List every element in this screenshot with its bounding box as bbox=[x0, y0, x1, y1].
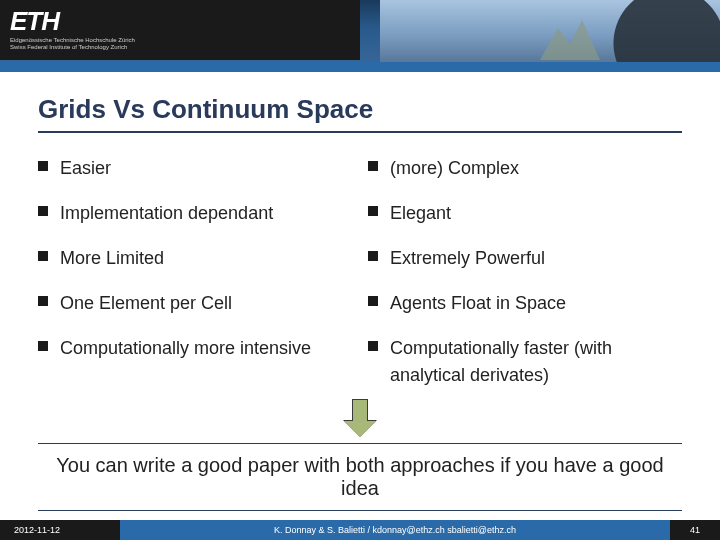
list-item: Extremely Powerful bbox=[368, 245, 682, 272]
header-blue-strip bbox=[0, 62, 720, 72]
square-bullet-icon bbox=[38, 206, 48, 216]
footer-authors: K. Donnay & S. Balietti / kdonnay@ethz.c… bbox=[120, 520, 670, 540]
eth-logo: ETH bbox=[10, 6, 350, 37]
comparison-columns: Easier Implementation dependant More Lim… bbox=[30, 155, 690, 407]
list-item: (more) Complex bbox=[368, 155, 682, 182]
square-bullet-icon bbox=[368, 251, 378, 261]
square-bullet-icon bbox=[38, 341, 48, 351]
logo-subtitle-2: Swiss Federal Institute of Technology Zu… bbox=[10, 44, 350, 51]
logo-subtitle-1: Eidgenössische Technische Hochschule Zür… bbox=[10, 37, 350, 44]
item-text: More Limited bbox=[60, 245, 164, 272]
slide-footer: 2012-11-12 K. Donnay & S. Balietti / kdo… bbox=[0, 520, 720, 540]
item-text: Extremely Powerful bbox=[390, 245, 545, 272]
slide-title: Grids Vs Continuum Space bbox=[38, 94, 682, 133]
list-item: Computationally faster (with analytical … bbox=[368, 335, 682, 389]
square-bullet-icon bbox=[38, 251, 48, 261]
grids-column: Easier Implementation dependant More Lim… bbox=[30, 155, 360, 407]
list-item: Computationally more intensive bbox=[38, 335, 352, 362]
item-text: Easier bbox=[60, 155, 111, 182]
list-item: One Element per Cell bbox=[38, 290, 352, 317]
square-bullet-icon bbox=[368, 206, 378, 216]
slide-header: ETH Eidgenössische Technische Hochschule… bbox=[0, 0, 720, 72]
list-item: More Limited bbox=[38, 245, 352, 272]
list-item: Elegant bbox=[368, 200, 682, 227]
item-text: One Element per Cell bbox=[60, 290, 232, 317]
logo-bar: ETH Eidgenössische Technische Hochschule… bbox=[0, 0, 360, 60]
footer-page-number: 41 bbox=[670, 520, 720, 540]
square-bullet-icon bbox=[38, 161, 48, 171]
item-text: Implementation dependant bbox=[60, 200, 273, 227]
list-item: Easier bbox=[38, 155, 352, 182]
item-text: Computationally faster (with analytical … bbox=[390, 335, 682, 389]
item-text: Elegant bbox=[390, 200, 451, 227]
square-bullet-icon bbox=[38, 296, 48, 306]
footer-date: 2012-11-12 bbox=[0, 520, 120, 540]
item-text: (more) Complex bbox=[390, 155, 519, 182]
item-text: Computationally more intensive bbox=[60, 335, 311, 362]
list-item: Agents Float in Space bbox=[368, 290, 682, 317]
list-item: Implementation dependant bbox=[38, 200, 352, 227]
square-bullet-icon bbox=[368, 341, 378, 351]
down-arrow-icon bbox=[347, 399, 373, 437]
square-bullet-icon bbox=[368, 161, 378, 171]
item-text: Agents Float in Space bbox=[390, 290, 566, 317]
conclusion-box: You can write a good paper with both app… bbox=[38, 443, 682, 511]
continuum-column: (more) Complex Elegant Extremely Powerfu… bbox=[360, 155, 690, 407]
square-bullet-icon bbox=[368, 296, 378, 306]
